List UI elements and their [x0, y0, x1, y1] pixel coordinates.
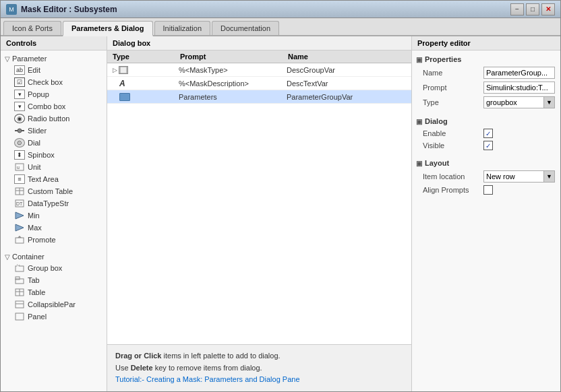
svg-rect-11 — [16, 238, 24, 243]
title-bar: M Mask Editor : Subsystem − □ ✕ — [1, 1, 560, 18]
dialog-table-body: ▷ %<MaskType> DescGroupVar A %<MaskDescr… — [107, 63, 411, 344]
controls-panel: Controls ▽ Parameter ab Edit ☑ Check box — [1, 36, 107, 391]
prop-enable-checkbox[interactable]: ✓ — [483, 129, 493, 138]
main-content: Controls ▽ Parameter ab Edit ☑ Check box — [1, 36, 560, 391]
properties-section: ▣ Properties Name ParameterGroup... Prom… — [412, 51, 560, 112]
sidebar-item-dial[interactable]: ⊙ Dial — [1, 137, 107, 149]
sidebar-item-popup[interactable]: ▾ Popup — [1, 88, 107, 100]
row2-name: DescTextVar — [287, 79, 411, 88]
svg-marker-10 — [16, 224, 24, 231]
sidebar-item-table[interactable]: Table — [1, 286, 107, 298]
unit-icon: u — [14, 162, 25, 172]
prop-type-dropdown[interactable]: groupbox ▼ — [483, 96, 555, 108]
row1-name: DescGroupVar — [287, 66, 411, 74]
row1-expand-icon: ▷ — [113, 67, 117, 73]
table-icon — [14, 288, 25, 297]
sidebar-item-text-area[interactable]: ≡ Text Area — [1, 173, 107, 185]
svg-rect-23 — [16, 313, 24, 320]
delete-key-text: Delete — [131, 364, 153, 372]
checkbox-icon: ☑ — [14, 77, 25, 87]
prop-row-align-prompts: Align Prompts — [412, 184, 560, 196]
tab-documentation[interactable]: Documentation — [212, 21, 279, 35]
dialog-row-1[interactable]: ▷ %<MaskType> DescGroupVar — [107, 63, 411, 77]
row3-folder-icon — [119, 93, 130, 101]
dialog-row-2[interactable]: A %<MaskDescription> DescTextVar — [107, 77, 411, 90]
sidebar-item-max[interactable]: Max — [1, 222, 107, 234]
bottom-info-line2: Use Delete key to remove items from dial… — [115, 362, 403, 374]
sidebar-item-panel[interactable]: Panel — [1, 311, 107, 323]
dialog-row-3[interactable]: Parameters ParameterGroupVar — [107, 90, 411, 104]
sidebar-item-custom-table[interactable]: Custom Table — [1, 185, 107, 197]
dialog-section-header: ▣ Dialog — [412, 115, 560, 127]
custom-table-icon — [14, 187, 25, 196]
prop-type-dropdown-arrow[interactable]: ▼ — [543, 97, 554, 108]
dialog-section: ▣ Dialog Enable ✓ Visible ✓ — [412, 112, 560, 154]
sidebar-item-unit[interactable]: u Unit — [1, 161, 107, 173]
sidebar-item-edit[interactable]: ab Edit — [1, 64, 107, 76]
sidebar-item-group-box[interactable]: G Group box — [1, 262, 107, 274]
svg-marker-12 — [18, 236, 22, 238]
prop-row-visible: Visible ✓ — [412, 139, 560, 152]
sidebar-item-promote[interactable]: Promote — [1, 234, 107, 246]
parameter-expand-icon: ▽ — [5, 55, 10, 63]
prop-item-location-dropdown[interactable]: New row ▼ — [483, 170, 555, 183]
sidebar-item-datatype[interactable]: DT DataTypeStr — [1, 197, 107, 209]
row3-name: ParameterGroupVar — [287, 93, 411, 101]
container-section-header[interactable]: ▽ Container — [1, 251, 107, 262]
row2-type-icon: A — [119, 79, 125, 88]
main-window: M Mask Editor : Subsystem − □ ✕ Icon & P… — [0, 0, 561, 392]
prop-row-type: Type groupbox ▼ — [412, 95, 560, 110]
svg-text:DT: DT — [16, 201, 23, 206]
sidebar-item-min[interactable]: Min — [1, 209, 107, 222]
sidebar-item-slider[interactable]: Slider — [1, 125, 107, 137]
container-expand-icon: ▽ — [5, 253, 10, 261]
maximize-button[interactable]: □ — [526, 3, 539, 15]
svg-marker-9 — [16, 212, 24, 219]
bottom-info-line3: Tutorial:- Creating a Mask: Parameters a… — [115, 374, 403, 386]
prop-align-prompts-checkbox[interactable] — [483, 185, 493, 195]
dialog-table-header: Type Prompt Name — [107, 51, 411, 63]
groupbox-icon: G — [14, 263, 25, 273]
row3-prompt: Parameters — [179, 93, 287, 101]
svg-rect-13 — [16, 266, 24, 271]
drag-click-text: Drag or Click — [115, 352, 161, 360]
prop-item-location-arrow[interactable]: ▼ — [543, 171, 554, 182]
parameter-section-header[interactable]: ▽ Parameter — [1, 53, 107, 64]
minimize-button[interactable]: − — [510, 3, 524, 15]
properties-minus-icon: ▣ — [416, 56, 422, 63]
svg-rect-24 — [120, 67, 127, 73]
controls-header: Controls — [1, 36, 107, 51]
prop-row-item-location: Item location New row ▼ — [412, 169, 560, 184]
tab-icon-ports[interactable]: Icon & Ports — [3, 21, 61, 35]
max-icon — [14, 223, 25, 232]
datatype-icon: DT — [14, 199, 25, 208]
bottom-info: Drag or Click items in left palette to a… — [107, 344, 411, 391]
sidebar-item-checkbox[interactable]: ☑ Check box — [1, 76, 107, 88]
svg-rect-21 — [16, 301, 24, 308]
prop-row-prompt: Prompt Simulink:studio:T... — [412, 80, 560, 95]
layout-section-header: ▣ Layout — [412, 157, 560, 169]
close-button[interactable]: ✕ — [541, 3, 555, 15]
tab-icon — [14, 275, 25, 285]
tabs-bar: Icon & Ports Parameters & Dialog Initial… — [1, 18, 560, 36]
sidebar-item-radio-button[interactable]: ◉ Radio button — [1, 112, 107, 125]
slider-icon — [14, 126, 25, 135]
row1-type-icon — [119, 66, 128, 74]
tutorial-link[interactable]: Tutorial:- Creating a Mask: Parameters a… — [115, 375, 300, 383]
tab-parameters-dialog[interactable]: Parameters & Dialog — [63, 21, 153, 36]
col-prompt-header: Prompt — [175, 53, 283, 61]
app-icon: M — [6, 4, 17, 15]
sidebar-item-collapsible-par[interactable]: CollapsiblePar — [1, 298, 107, 311]
sidebar-item-combo-box[interactable]: ▾ Combo box — [1, 100, 107, 112]
tab-initialization[interactable]: Initialization — [154, 21, 210, 35]
prop-visible-checkbox[interactable]: ✓ — [483, 141, 493, 150]
spinbox-icon: ⬍ — [14, 150, 25, 160]
center-panel: Dialog box Type Prompt Name ▷ — [107, 36, 412, 391]
sidebar-item-spinbox[interactable]: ⬍ Spinbox — [1, 149, 107, 161]
sidebar-item-tab[interactable]: Tab — [1, 274, 107, 286]
prop-name-value[interactable]: ParameterGroup... — [483, 67, 555, 79]
collapsible-icon — [14, 300, 25, 309]
svg-text:u: u — [17, 165, 20, 170]
popup-icon: ▾ — [14, 90, 25, 99]
prop-prompt-value[interactable]: Simulink:studio:T... — [483, 81, 555, 94]
